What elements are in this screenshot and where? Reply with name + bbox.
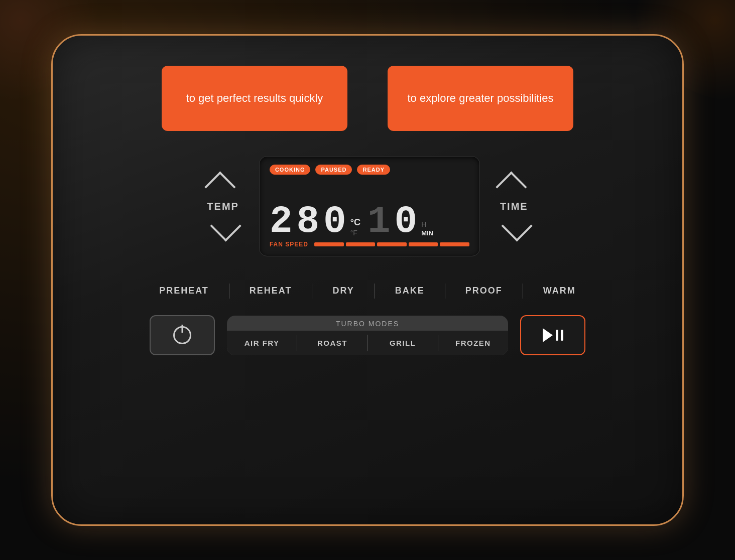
pause-bar-2 xyxy=(561,330,563,341)
cooking-modes-row: PREHEAT REHEAT DRY BAKE PROOF WARM xyxy=(93,282,642,300)
chevron-up-icon xyxy=(210,177,235,192)
time-section: 1 0 H MIN xyxy=(368,203,433,241)
turbo-label: TURBO MODES xyxy=(227,316,508,331)
control-area: TEMP COOKING PAUSED READY 2 8 0 °C °F xyxy=(93,156,642,256)
celsius-unit: °C xyxy=(350,217,360,228)
device-panel: to get perfect results quickly to explor… xyxy=(51,34,684,526)
mode-bake[interactable]: BAKE xyxy=(375,282,445,300)
display-numbers: 2 8 0 °C °F 1 0 H MIN xyxy=(270,177,469,241)
turbo-roast[interactable]: ROAST xyxy=(297,331,367,355)
mode-dry[interactable]: DRY xyxy=(312,282,374,300)
temp-up-button[interactable] xyxy=(210,177,235,192)
time-chevron-down-icon xyxy=(502,221,527,236)
cooking-badge: COOKING xyxy=(270,165,311,175)
fan-bar-5 xyxy=(440,242,469,246)
mode-proof[interactable]: PROOF xyxy=(445,282,523,300)
right-promo-box[interactable]: to explore greater possibilities xyxy=(388,66,573,131)
turbo-frozen[interactable]: FROZEN xyxy=(438,331,508,355)
time-down-button[interactable] xyxy=(502,221,527,236)
fan-speed-bars xyxy=(314,242,469,246)
time-units: H MIN xyxy=(421,220,433,237)
fan-bar-3 xyxy=(377,242,407,246)
temp-digit-2: 8 xyxy=(297,203,322,241)
turbo-modes-row: AIR FRY ROAST GRILL FROZEN xyxy=(227,331,508,355)
play-icon xyxy=(543,328,553,342)
ready-badge: READY xyxy=(357,165,390,175)
top-boxes-container: to get perfect results quickly to explor… xyxy=(93,66,642,131)
temp-control: TEMP xyxy=(207,177,239,236)
mode-preheat[interactable]: PREHEAT xyxy=(139,282,229,300)
chevron-down-icon xyxy=(210,221,235,236)
time-digit-1: 1 xyxy=(368,203,393,241)
display-panel: COOKING PAUSED READY 2 8 0 °C °F 1 0 xyxy=(259,156,480,256)
mode-reheat[interactable]: REHEAT xyxy=(229,282,312,300)
temp-unit-display: °C °F xyxy=(350,217,360,237)
pause-icon xyxy=(556,330,563,341)
time-control: TIME xyxy=(500,177,528,236)
time-chevron-up-icon xyxy=(502,177,527,192)
power-icon xyxy=(173,326,191,344)
turbo-panel: TURBO MODES AIR FRY ROAST GRILL FROZEN xyxy=(227,316,508,355)
temp-label: TEMP xyxy=(207,201,239,212)
min-unit: MIN xyxy=(421,229,433,237)
bottom-row: TURBO MODES AIR FRY ROAST GRILL FROZEN xyxy=(93,315,642,355)
mode-warm[interactable]: WARM xyxy=(523,282,596,300)
temp-digit-1: 2 xyxy=(270,203,295,241)
status-badges-row: COOKING PAUSED READY xyxy=(270,165,469,175)
fan-bar-1 xyxy=(314,242,344,246)
paused-badge: PAUSED xyxy=(315,165,352,175)
hours-unit: H xyxy=(421,220,433,228)
pause-bar-1 xyxy=(556,330,558,341)
turbo-grill[interactable]: GRILL xyxy=(368,331,438,355)
time-digit-2: 0 xyxy=(395,203,420,241)
fan-bar-4 xyxy=(409,242,438,246)
fahrenheit-unit: °F xyxy=(350,229,357,237)
left-promo-box[interactable]: to get perfect results quickly xyxy=(162,66,347,131)
left-promo-text: to get perfect results quickly xyxy=(186,91,323,106)
fan-bar-2 xyxy=(346,242,376,246)
time-up-button[interactable] xyxy=(502,177,527,192)
fan-speed-label: FAN SPEED xyxy=(270,241,308,248)
right-promo-text: to explore greater possibilities xyxy=(407,91,553,106)
temp-down-button[interactable] xyxy=(210,221,235,236)
play-pause-button[interactable] xyxy=(520,315,585,355)
fan-speed-row: FAN SPEED xyxy=(270,241,469,248)
temp-digit-3: 0 xyxy=(323,203,348,241)
turbo-air-fry[interactable]: AIR FRY xyxy=(227,331,297,355)
time-label: TIME xyxy=(500,201,528,212)
power-button[interactable] xyxy=(150,315,215,355)
